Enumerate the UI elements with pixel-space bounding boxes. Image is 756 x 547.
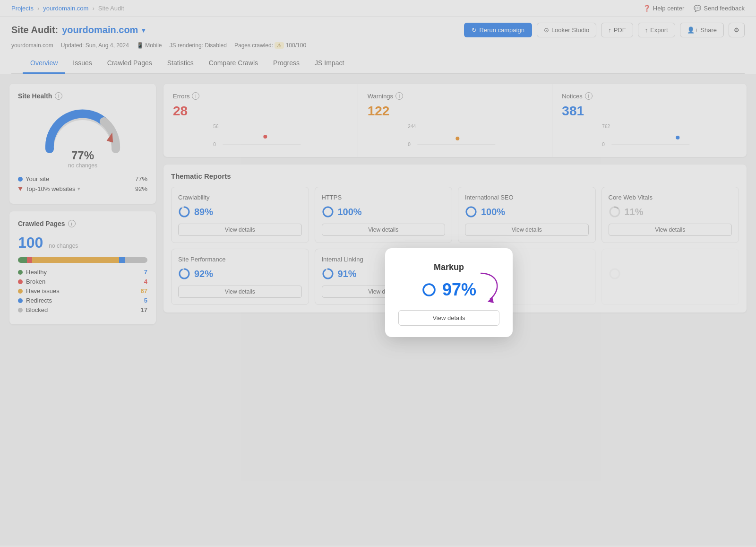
top-bar: Projects › yourdomain.com › Site Audit ❓… [0, 0, 756, 17]
warnings-sparkline: 244 0 [368, 123, 543, 148]
pb-healthy [18, 257, 27, 263]
rerun-campaign-button[interactable]: ↻ Rerun campaign [464, 23, 532, 37]
cwv-title: Core Web Vitals [609, 194, 732, 201]
legend-blocked: Blocked 17 [18, 306, 147, 313]
tab-overview[interactable]: Overview [23, 53, 65, 74]
blocked-dot [18, 308, 23, 313]
share-button[interactable]: 👤+ Share [680, 23, 724, 37]
gauge-percent: 77% [68, 149, 97, 162]
tab-progress[interactable]: Progress [266, 53, 307, 74]
help-center-link[interactable]: ❓ Help center [643, 5, 684, 12]
tab-crawled-pages[interactable]: Crawled Pages [100, 53, 160, 74]
meta-js: JS rendering: Disabled [170, 42, 227, 49]
notices-value: 381 [562, 104, 737, 119]
pdf-button[interactable]: ↑ PDF [601, 23, 633, 37]
breadcrumb-page: Site Audit [98, 5, 124, 12]
svg-point-12 [676, 136, 680, 139]
legend-broken: Broken 4 [18, 278, 147, 285]
crawled-pages-info-icon[interactable]: i [68, 220, 76, 227]
tab-statistics[interactable]: Statistics [160, 53, 201, 74]
looker-icon: ⊙ [544, 26, 549, 34]
looker-studio-button[interactable]: ⊙ Looker Studio [537, 23, 596, 37]
domain-label[interactable]: yourdomain.com [62, 25, 138, 35]
warnings-metric: Warnings i 122 244 0 [358, 84, 553, 157]
svg-text:762: 762 [602, 124, 610, 129]
send-feedback-link[interactable]: 💬 Send feedback [694, 5, 745, 12]
breadcrumb: Projects › yourdomain.com › Site Audit [11, 5, 124, 12]
header-row: Site Audit: yourdomain.com ▾ ↻ Rerun cam… [11, 23, 745, 37]
placeholder2-circle [609, 268, 621, 280]
gauge-chart [40, 106, 125, 154]
crawled-pages-card: Crawled Pages i 100 no changes Healthy 7 [9, 211, 156, 324]
intl-seo-circle [465, 206, 477, 218]
markup-arrow-svg [476, 271, 504, 304]
your-site-value: 77% [135, 175, 147, 182]
crawled-legend: Healthy 7 Broken 4 Have issues 67 Redire… [18, 269, 147, 313]
meta-pages: Pages crawled: ⚠ 100/100 [234, 42, 306, 49]
page-title: Site Audit: yourdomain.com ▾ [11, 25, 145, 35]
export-button[interactable]: ↑ Export [638, 23, 675, 37]
breadcrumb-projects[interactable]: Projects [11, 5, 34, 12]
notices-sparkline: 762 0 [562, 123, 737, 148]
site-perf-view-details[interactable]: View details [178, 286, 302, 298]
crawled-count-row: 100 no changes [18, 234, 147, 252]
legend-redirects: Redirects 5 [18, 297, 147, 304]
markup-view-details-button[interactable]: View details [398, 310, 499, 326]
tab-issues[interactable]: Issues [65, 53, 99, 74]
gauge-container: 77% no changes [18, 106, 147, 169]
upload-icon: ↑ [608, 26, 611, 34]
gauge-label: 77% no changes [68, 149, 97, 169]
site-health-info-icon[interactable]: i [55, 92, 62, 100]
report-international-seo: International SEO 100% View details [458, 187, 596, 243]
https-circle [322, 206, 334, 218]
errors-value: 28 [173, 104, 348, 119]
https-value: 100% [338, 207, 362, 217]
breadcrumb-sep1: › [37, 5, 39, 12]
domain-dropdown-arrow[interactable]: ▾ [142, 26, 145, 34]
pb-blocked [125, 257, 147, 263]
site-perf-title: Site Performance [178, 256, 302, 263]
redirects-dot [18, 298, 23, 303]
gauge-sub: no changes [68, 162, 97, 169]
intl-seo-view-details[interactable]: View details [465, 224, 589, 236]
top10-triangle [18, 187, 23, 191]
intl-seo-score-row: 100% [465, 206, 589, 218]
issues-dot [18, 289, 23, 294]
breadcrumb-domain[interactable]: yourdomain.com [43, 5, 88, 12]
cwv-circle [609, 206, 621, 218]
tab-js-impact[interactable]: JS Impact [307, 53, 352, 74]
warnings-info-icon[interactable]: i [395, 92, 403, 100]
crawled-progress-bar [18, 257, 147, 263]
site-health-title: Site Health i [18, 92, 147, 100]
intl-seo-title: International SEO [465, 194, 589, 201]
tab-compare-crawls[interactable]: Compare Crawls [201, 53, 266, 74]
broken-dot [18, 279, 23, 284]
pb-broken [27, 257, 32, 263]
notices-metric: Notices i 381 762 0 [552, 84, 747, 157]
legend-have-issues: Have issues 67 [18, 287, 147, 295]
rerun-icon: ↻ [472, 26, 477, 34]
https-view-details[interactable]: View details [322, 224, 446, 236]
crawlability-title: Crawlability [178, 194, 302, 201]
errors-info-icon[interactable]: i [192, 92, 199, 100]
settings-button[interactable]: ⚙ [729, 23, 745, 37]
report-https: HTTPS 100% View details [315, 187, 453, 243]
cwv-view-details[interactable]: View details [609, 224, 732, 236]
https-score-row: 100% [322, 206, 446, 218]
top10-dropdown[interactable]: ▾ [77, 186, 80, 192]
report-site-performance: Site Performance 92% View details [171, 249, 309, 305]
svg-text:244: 244 [408, 124, 416, 129]
site-perf-circle [178, 268, 190, 280]
thematic-row1: Crawlability 89% View details HTTPS [171, 187, 739, 243]
crawlability-value: 89% [194, 207, 213, 217]
notices-info-icon[interactable]: i [585, 92, 593, 100]
crawled-pages-title: Crawled Pages i [18, 220, 147, 227]
meta-updated: Updated: Sun, Aug 4, 2024 [61, 42, 129, 49]
crawlability-view-details[interactable]: View details [178, 224, 302, 236]
svg-point-8 [455, 137, 459, 140]
top10-label: Top-10% websites [26, 185, 76, 192]
your-site-label: Your site [26, 175, 49, 182]
healthy-dot [18, 270, 23, 275]
svg-text:0: 0 [408, 142, 411, 147]
errors-label: Errors i [173, 92, 348, 100]
